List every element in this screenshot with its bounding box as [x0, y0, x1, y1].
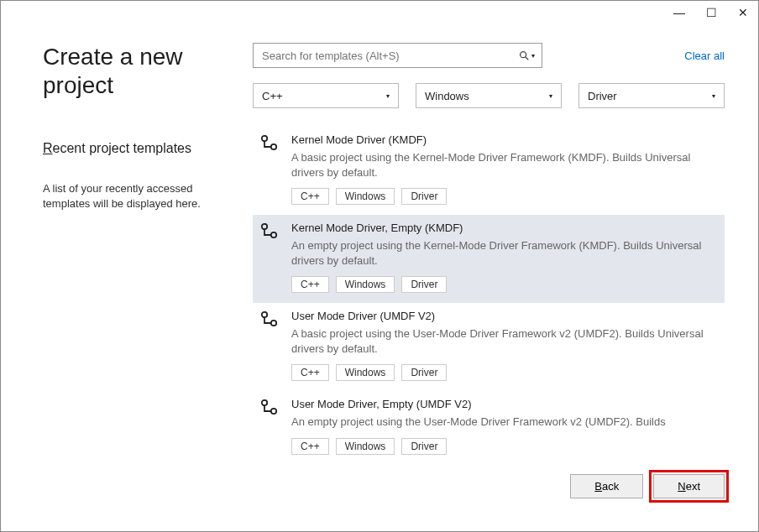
chevron-down-icon: ▾	[531, 52, 535, 60]
recent-heading: Recent project templates	[43, 141, 236, 156]
tag: Driver	[401, 438, 447, 455]
chevron-down-icon: ▾	[712, 92, 715, 100]
template-name: User Mode Driver (UMDF V2)	[291, 310, 715, 322]
svg-point-6	[262, 312, 267, 317]
tag: Windows	[336, 188, 395, 205]
svg-point-9	[271, 409, 276, 414]
driver-icon	[259, 398, 281, 455]
svg-point-2	[262, 136, 267, 141]
filter-platform-value: Windows	[425, 90, 469, 102]
template-list: Kernel Mode Driver (KMDF)A basic project…	[253, 127, 725, 462]
svg-line-1	[526, 57, 529, 60]
search-icon[interactable]: ▾	[518, 50, 535, 61]
page-title: Create a new project	[43, 43, 236, 99]
template-desc: An empty project using the Kernel-Mode D…	[291, 238, 715, 268]
template-desc: A basic project using the User-Mode Driv…	[291, 326, 715, 356]
clear-all-link[interactable]: Clear all	[684, 50, 725, 62]
tag: C++	[291, 276, 329, 293]
template-desc: An empty project using the User-Mode Dri…	[291, 415, 715, 430]
tag: Driver	[401, 364, 447, 381]
tag: Driver	[401, 188, 447, 205]
search-box[interactable]: ▾	[253, 43, 542, 68]
filter-platform[interactable]: Windows ▾	[416, 83, 562, 108]
template-name: Kernel Mode Driver (KMDF)	[291, 133, 715, 146]
driver-icon	[259, 133, 281, 205]
template-item[interactable]: Kernel Mode Driver, Empty (KMDF)An empty…	[253, 215, 725, 303]
chevron-down-icon: ▾	[386, 92, 390, 100]
template-item[interactable]: Kernel Mode Driver (KMDF)A basic project…	[253, 127, 725, 215]
maximize-button[interactable]: ☐	[704, 6, 718, 19]
chevron-down-icon: ▾	[549, 92, 552, 100]
template-name: Kernel Mode Driver, Empty (KMDF)	[291, 222, 715, 234]
svg-point-8	[262, 400, 267, 405]
filter-language[interactable]: C++ ▾	[253, 83, 399, 108]
tag: C++	[291, 188, 329, 205]
tag: Windows	[336, 364, 395, 381]
window-controls: — ☐ ✕	[1, 1, 758, 26]
filter-language-value: C++	[262, 90, 283, 102]
next-button[interactable]: Next	[653, 474, 725, 498]
tag: Windows	[336, 438, 395, 455]
template-item[interactable]: User Mode Driver (UMDF V2)A basic projec…	[253, 303, 725, 391]
driver-icon	[259, 310, 281, 381]
svg-point-4	[262, 224, 267, 229]
svg-point-5	[271, 232, 276, 237]
svg-point-0	[521, 52, 526, 58]
tag: C++	[291, 438, 329, 455]
driver-icon	[259, 222, 281, 293]
minimize-button[interactable]: —	[673, 6, 686, 19]
tag: Driver	[401, 276, 447, 293]
tag: C++	[291, 364, 329, 381]
close-button[interactable]: ✕	[736, 6, 750, 19]
template-item[interactable]: User Mode Driver, Empty (UMDF V2)An empt…	[253, 391, 725, 462]
svg-point-3	[271, 144, 276, 149]
template-name: User Mode Driver, Empty (UMDF V2)	[291, 398, 715, 410]
filter-projecttype[interactable]: Driver ▾	[578, 83, 725, 108]
back-button[interactable]: Back	[570, 474, 643, 498]
filter-projecttype-value: Driver	[588, 90, 617, 102]
search-input[interactable]	[260, 49, 518, 63]
tag: Windows	[336, 276, 395, 293]
template-desc: A basic project using the Kernel-Mode Dr…	[291, 150, 715, 180]
svg-point-7	[271, 321, 276, 326]
recent-desc: A list of your recently accessed templat…	[43, 181, 236, 211]
